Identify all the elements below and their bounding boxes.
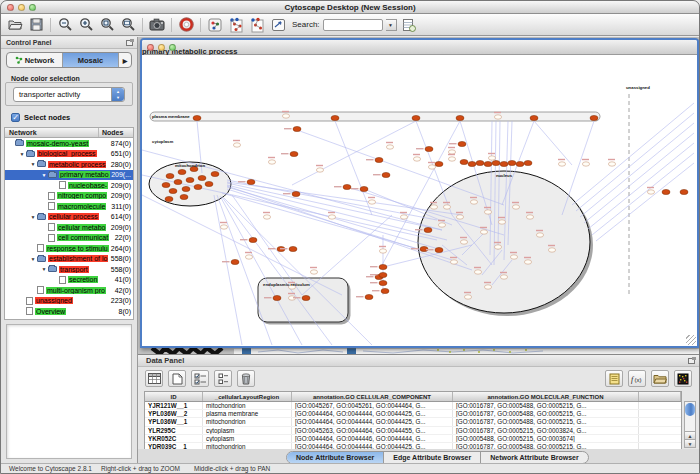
- network-node[interactable]: [263, 215, 270, 219]
- tree-row[interactable]: Overview8(0): [5, 306, 133, 317]
- network-node[interactable]: [450, 260, 457, 264]
- network-node[interactable]: [428, 165, 435, 169]
- zoom-selected-button[interactable]: [98, 16, 116, 34]
- tree-row[interactable]: ▼cellular process614(0): [5, 212, 133, 223]
- column-header[interactable]: _cellularLayoutRegion: [203, 392, 292, 401]
- network-node[interactable]: [365, 294, 373, 299]
- float-panel-icon[interactable]: [126, 40, 133, 46]
- network-node[interactable]: [379, 264, 387, 269]
- network-node[interactable]: [516, 161, 524, 166]
- network-node[interactable]: [205, 181, 213, 186]
- tree-row[interactable]: nitrogen compo209(0): [5, 191, 133, 202]
- network-node[interactable]: [608, 162, 615, 166]
- network-node[interactable]: [247, 179, 255, 184]
- network-node[interactable]: [558, 162, 565, 166]
- select-neighbors-button[interactable]: [227, 16, 245, 34]
- network-node[interactable]: [456, 115, 464, 120]
- network-node[interactable]: [448, 157, 455, 161]
- table-row[interactable]: YLR295Ccytoplasm[GO:0045263, GO:0044464,…: [145, 427, 681, 435]
- network-canvas[interactable]: plasma membranecytoplasmmitochondrionnuc…: [142, 55, 697, 346]
- network-node[interactable]: [379, 249, 386, 253]
- network-node[interactable]: [530, 115, 538, 120]
- scroll-up-button[interactable]: ▲: [685, 431, 695, 439]
- network-node[interactable]: [590, 115, 598, 120]
- network-node[interactable]: [548, 248, 555, 252]
- resize-grip[interactable]: [686, 335, 696, 345]
- network-node[interactable]: [647, 190, 654, 194]
- view-zoom-button[interactable]: [169, 44, 176, 51]
- network-node[interactable]: [169, 188, 177, 193]
- tab-network-attribute-browser[interactable]: Network Attribute Browser: [481, 452, 587, 463]
- network-node[interactable]: [182, 186, 190, 191]
- network-node[interactable]: [165, 196, 173, 201]
- network-node[interactable]: [245, 255, 252, 259]
- view-close-button[interactable]: [147, 44, 154, 51]
- network-node[interactable]: [498, 220, 505, 224]
- search-input[interactable]: [323, 19, 383, 31]
- network-node[interactable]: [494, 245, 501, 249]
- network-node[interactable]: [488, 156, 495, 160]
- tree-row[interactable]: cellular metabo209(0): [5, 222, 133, 233]
- network-node[interactable]: [368, 200, 375, 204]
- network-node[interactable]: [484, 210, 491, 214]
- network-view-window[interactable]: primary metabolic process plasma membran…: [140, 38, 699, 348]
- network-node[interactable]: [273, 295, 281, 300]
- network-node[interactable]: [456, 215, 463, 219]
- network-node[interactable]: [331, 115, 339, 120]
- network-node[interactable]: [293, 126, 301, 131]
- tab-network[interactable]: Network: [7, 53, 63, 67]
- tab-mosaic[interactable]: Mosaic: [63, 53, 119, 67]
- network-node[interactable]: [582, 162, 589, 166]
- tree-column-network[interactable]: Network: [5, 128, 99, 137]
- network-node[interactable]: [460, 240, 467, 244]
- column-header[interactable]: annotation.GO CELLULAR_COMPONENT: [292, 392, 453, 401]
- network-node[interactable]: [379, 272, 387, 277]
- table-row[interactable]: YKR052Ccytoplasm[GO:0044464, GO:0044446,…: [145, 435, 681, 443]
- open-button[interactable]: [6, 16, 24, 34]
- network-node[interactable]: [290, 151, 298, 156]
- tab-node-attribute-browser[interactable]: Node Attribute Browser: [287, 452, 384, 463]
- network-node[interactable]: [430, 205, 437, 209]
- network-node[interactable]: [375, 157, 383, 162]
- tree-row[interactable]: secretion41(0): [5, 275, 133, 286]
- expander-icon[interactable]: ▼: [29, 256, 37, 262]
- column-header[interactable]: annotation.GO MOLECULAR_FUNCTION: [453, 392, 639, 401]
- tab-edge-attribute-browser[interactable]: Edge Attribute Browser: [384, 452, 481, 463]
- tree-row[interactable]: ▼establishment of lo558(0): [5, 254, 133, 265]
- tree-row[interactable]: response to stimulu264(0): [5, 243, 133, 254]
- network-node[interactable]: [310, 270, 317, 274]
- network-node[interactable]: [512, 205, 519, 209]
- expander-icon[interactable]: ▼: [40, 266, 48, 272]
- delete-attribute-button[interactable]: [237, 370, 255, 387]
- save-button[interactable]: [27, 16, 45, 34]
- close-button[interactable]: [7, 4, 14, 11]
- minimize-button[interactable]: [18, 4, 25, 11]
- search-dropdown-button[interactable]: ▼: [386, 19, 397, 31]
- network-node[interactable]: [424, 227, 432, 232]
- network-node[interactable]: [386, 145, 393, 149]
- tree-row[interactable]: ▼metabolic process280(0): [5, 159, 133, 170]
- network-node[interactable]: [438, 223, 445, 227]
- birdseye-view[interactable]: [6, 324, 132, 459]
- network-node[interactable]: [492, 160, 500, 165]
- network-node[interactable]: [484, 285, 491, 289]
- network-node[interactable]: [194, 184, 202, 189]
- network-node[interactable]: [500, 275, 507, 279]
- network-node[interactable]: [524, 260, 531, 264]
- network-node[interactable]: [174, 179, 182, 184]
- network-node[interactable]: [166, 173, 174, 178]
- network-node[interactable]: [198, 175, 206, 180]
- float-data-panel-icon[interactable]: [688, 358, 695, 364]
- network-node[interactable]: [484, 161, 492, 166]
- network-node[interactable]: [435, 247, 443, 252]
- network-node[interactable]: [510, 255, 517, 259]
- network-node[interactable]: [448, 150, 455, 154]
- network-node[interactable]: [193, 115, 201, 120]
- select-attributes-button[interactable]: [191, 370, 209, 387]
- expander-icon[interactable]: ▼: [18, 151, 26, 157]
- formula-builder-button[interactable]: f(x): [628, 370, 646, 387]
- network-node[interactable]: [468, 161, 476, 166]
- network-node[interactable]: [536, 233, 543, 237]
- network-node[interactable]: [162, 182, 170, 187]
- tree-row[interactable]: multi-organism pro42(0): [5, 285, 133, 296]
